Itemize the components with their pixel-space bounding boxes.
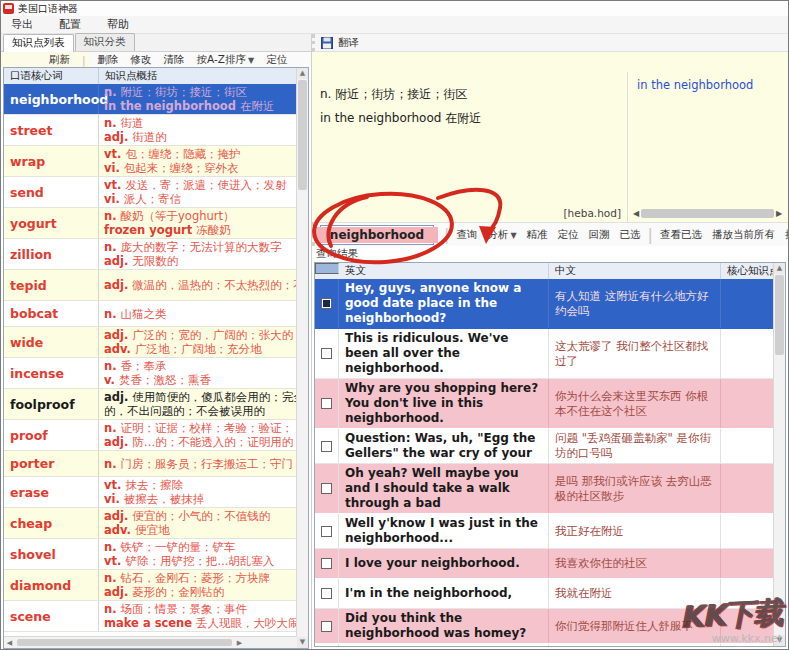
word-table-row[interactable]: bobcatn. 山猫之类 <box>4 301 297 327</box>
query-button-已选[interactable]: 已选 <box>620 228 641 242</box>
results-vscrollbar[interactable]: ▲ ▼ <box>773 263 785 646</box>
word-table-row[interactable]: wrapvt. 包；缠绕；隐藏；掩护vi. 包起来；缠绕；穿外衣 <box>4 146 297 177</box>
translate-input-strip[interactable] <box>312 52 788 73</box>
definition-line: vt. 包；缠绕；隐藏；掩护 <box>104 147 297 161</box>
result-row[interactable]: Hey, guys, anyone know a good date place… <box>315 279 774 329</box>
word-table-row[interactable]: shoveln. 铁铲；一铲的量；铲车vt. 铲除；用铲挖；把...胡乱塞入 <box>4 539 297 570</box>
result-row[interactable]: I love your neighborhood.我喜欢你住的社区 <box>315 549 774 579</box>
word-table-row[interactable]: neighborhoodn. 附近；街坊；接近；街区in the neighbo… <box>4 84 297 115</box>
query-button-查询[interactable]: 查询 <box>456 228 477 242</box>
definition-line: adj. 菱形的；金刚钻的 <box>104 585 297 599</box>
word-table-row[interactable]: diamondn. 钻石，金刚石；菱形；方块牌adj. 菱形的；金刚钻的 <box>4 570 297 601</box>
translate-button[interactable]: 翻译 <box>338 36 359 50</box>
scrollbar-thumb[interactable] <box>298 80 307 190</box>
scroll-right-icon[interactable]: ▶ <box>234 639 245 647</box>
word-table-row[interactable]: tepidadj. 微温的，温热的；不太热烈的；不 <box>4 270 297 301</box>
word-table-row[interactable]: scenen. 场面；情景；景象；事件make a scene 丢人现眼，大吵大… <box>4 601 297 632</box>
word-label: foolproof <box>4 389 99 419</box>
toolbar-button-修改[interactable]: 修改 <box>131 53 152 67</box>
toolbar-button-刷新[interactable]: 刷新 <box>49 53 70 67</box>
scroll-right-icon[interactable]: ▶ <box>774 209 784 218</box>
toolbar-button-按A-Z排序[interactable]: 按A-Z排序▼ <box>197 53 255 67</box>
row-checkbox[interactable] <box>321 588 332 599</box>
definition-pane[interactable]: n. 附近；街坊；接近；街区 in the neighborhood 在附近 [… <box>312 72 628 222</box>
phrase-pane-hscrollbar[interactable]: ◀ ▶ <box>631 207 784 220</box>
english-sentence: Did you think the neighborhood was homey… <box>339 609 549 643</box>
row-checkbox[interactable] <box>321 298 332 309</box>
scroll-up-icon[interactable]: ▲ <box>774 263 785 274</box>
definition-line: n. 香；奉承 <box>104 359 297 373</box>
row-checkbox[interactable] <box>321 621 332 632</box>
definition-column-header: 知识点概括 <box>99 68 308 84</box>
toolbar-button-删除[interactable]: 删除 <box>98 53 119 67</box>
row-checkbox[interactable] <box>321 398 332 409</box>
word-table-row[interactable]: erasevt. 抹去；擦除vi. 被擦去，被抹掉 <box>4 477 297 508</box>
menu-item-帮助[interactable]: 帮助 <box>107 17 129 32</box>
toolbar-button-清除[interactable]: 清除 <box>164 53 185 67</box>
query-button-查看已选[interactable]: 查看已选 <box>660 228 702 242</box>
tab-knowledge-category[interactable]: 知识分类 <box>75 33 135 51</box>
toolbar-button-定位[interactable]: 定位 <box>266 53 287 67</box>
result-row[interactable]: I'm in the neighborhood,我就在附近 <box>315 579 774 609</box>
english-sentence: Well y'know I was just in the neighborho… <box>339 514 549 548</box>
word-table-row[interactable]: wideadj. 广泛的；宽的，广阔的；张大的；adv. 广泛地；广阔地；充分地 <box>4 327 297 358</box>
word-table-row[interactable]: foolproofadj. 使用简便的，傻瓜都会用的；完全的，不出问题的；不会被… <box>4 389 297 420</box>
scrollbar-thumb[interactable] <box>775 275 784 355</box>
query-input[interactable]: neighborhood <box>320 225 434 245</box>
query-button-回溯[interactable]: 回溯 <box>589 228 610 242</box>
word-label: zillion <box>4 239 99 269</box>
english-sentence: Question: Was, uh, "Egg the Gellers" the… <box>339 429 549 463</box>
query-button-播放当前已选[interactable]: 播放当前已选 <box>785 228 789 242</box>
row-checkbox[interactable] <box>321 526 332 537</box>
word-table-row[interactable]: proofn. 证明；证据；校样；考验；验证；adj. 防…的；不能透入的；证明… <box>4 420 297 451</box>
definition-line: vt. 发送，寄；派遣；使进入；发射 <box>104 178 297 192</box>
definition-line: vt. 抹去；擦除 <box>104 478 297 492</box>
menu-item-导出[interactable]: 导出 <box>11 17 33 32</box>
definition-line: adj. 使用简便的，傻瓜都会用的；完全 <box>104 390 297 404</box>
word-table-row[interactable]: streetn. 街道adj. 街道的 <box>4 115 297 146</box>
scroll-down-icon[interactable]: ▼ <box>774 635 785 646</box>
scroll-up-icon[interactable]: ▲ <box>297 68 308 79</box>
result-row[interactable]: I needed to buy a hammer the other night… <box>315 644 774 646</box>
scrollbar-thumb[interactable] <box>641 209 774 218</box>
result-row[interactable]: Did you think the neighborhood was homey… <box>315 609 774 644</box>
core-knowledge-cell <box>721 379 774 428</box>
row-checkbox[interactable] <box>321 348 332 359</box>
word-label: diamond <box>4 570 99 600</box>
row-checkbox[interactable] <box>321 483 332 494</box>
chinese-column-header: 中文 <box>549 263 721 279</box>
result-row[interactable]: Why are you shopping here? You don't liv… <box>315 379 774 429</box>
row-checkbox[interactable] <box>321 558 332 569</box>
scroll-left-icon[interactable]: ◀ <box>631 209 641 218</box>
query-button-精准[interactable]: 精准 <box>527 228 548 242</box>
definition-line: adj. 便宜的；小气的；不值钱的 <box>104 509 297 523</box>
word-table-row[interactable]: yogurtn. 酸奶（等于yoghurt）frozen yogurt 冻酸奶 <box>4 208 297 239</box>
scroll-left-icon[interactable]: ◀ <box>4 639 15 647</box>
result-row[interactable]: Well y'know I was just in the neighborho… <box>315 514 774 549</box>
row-checkbox[interactable] <box>321 441 332 452</box>
save-icon[interactable] <box>321 37 333 49</box>
scrollbar-thumb[interactable] <box>17 639 232 646</box>
word-table-row[interactable]: incensen. 香；奉承v. 焚香；激怒；熏香 <box>4 358 297 389</box>
chinese-translation: 前几天晚上我要买把榔头 就出门在附近逛了逛 <box>549 644 721 646</box>
menu-item-配置[interactable]: 配置 <box>59 17 81 32</box>
phrase-link[interactable]: in the neighborhood <box>637 78 780 92</box>
word-table-row[interactable]: sendvt. 发送，寄；派遣；使进入；发射vi. 派人；寄信 <box>4 177 297 208</box>
word-table-row[interactable]: portern. 门房；服务员；行李搬运工；守门 <box>4 451 297 477</box>
definition-line: in the neighborhood 在附近 <box>104 99 297 113</box>
core-knowledge-cell <box>721 464 774 513</box>
result-row[interactable]: This is ridiculous. We've been all over … <box>315 329 774 379</box>
word-table-vscrollbar[interactable]: ▲ ▼ <box>296 68 308 648</box>
checkbox-cell <box>315 279 339 328</box>
word-table-row[interactable]: cheapadj. 便宜的；小气的；不值钱的adv. 便宜地 <box>4 508 297 539</box>
result-row[interactable]: Question: Was, uh, "Egg the Gellers" the… <box>315 429 774 464</box>
query-button-定位[interactable]: 定位 <box>558 228 579 242</box>
word-table-row[interactable]: zillionn. 庞大的数字；无法计算的大数字adj. 无限数的 <box>4 239 297 270</box>
tab-knowledge-list[interactable]: 知识点列表 <box>3 34 74 52</box>
word-definition: adj. 便宜的；小气的；不值钱的adv. 便宜地 <box>99 508 297 538</box>
result-row[interactable]: Oh yeah? Well maybe you and I should tak… <box>315 464 774 514</box>
query-button-播放当前所有[interactable]: 播放当前所有 <box>712 228 775 242</box>
query-button-分析[interactable]: 分析▼ <box>487 228 516 242</box>
word-table-hscrollbar[interactable]: ◀ ▶ <box>4 636 297 648</box>
scroll-down-icon[interactable]: ▼ <box>297 637 308 648</box>
